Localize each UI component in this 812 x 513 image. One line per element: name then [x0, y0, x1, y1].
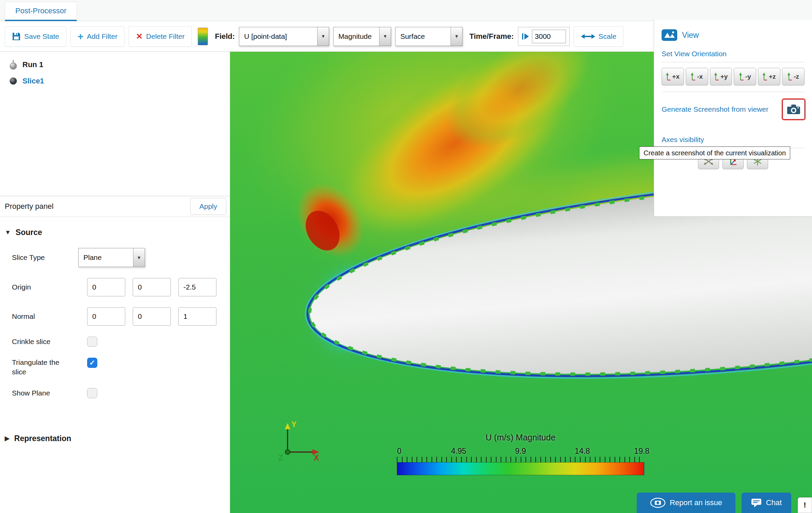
slice-type-row: Slice Type Plane ▼: [0, 248, 230, 267]
normal-label: Normal: [12, 312, 78, 321]
legend-tick-label: 14.8: [575, 447, 590, 456]
chevron-down-icon: ▼: [317, 27, 329, 46]
scale-label: Scale: [599, 32, 617, 41]
normal-y-input[interactable]: [133, 307, 171, 326]
representation-dropdown[interactable]: Surface ▼: [395, 27, 462, 46]
field-label: Field:: [215, 32, 235, 41]
tab-post-processor[interactable]: Post-Processor: [5, 2, 77, 21]
section-collapsed-icon: ▶: [5, 435, 10, 442]
show-plane-checkbox[interactable]: [87, 388, 97, 398]
camera-icon: [787, 104, 800, 115]
axis-glyph-icon: [666, 73, 671, 81]
orientation-buttons: +x -x +y -y +z -z: [662, 68, 805, 86]
representation-section-title: Representation: [14, 434, 71, 443]
triangulate-checkbox[interactable]: [87, 358, 97, 368]
scale-button[interactable]: Scale: [574, 26, 624, 47]
legend-title: U (m/s) Magnitude: [397, 433, 644, 442]
orient-button-label: +y: [720, 73, 728, 80]
delete-icon: ✕: [136, 32, 143, 41]
view-panel-header[interactable]: View: [662, 20, 805, 46]
time-frame-label: Time/Frame:: [469, 32, 514, 41]
legend-tick-label: 9.9: [515, 447, 526, 456]
origin-z-input[interactable]: [178, 278, 216, 296]
orient-minus-y-button[interactable]: -y: [734, 68, 756, 86]
axis-glyph-icon: [787, 73, 792, 81]
time-frame-input[interactable]: [532, 30, 566, 43]
property-panel-title: Property panel: [5, 202, 53, 211]
left-panel: Run 1 Slice1 Property panel Apply ▼ Sour…: [0, 52, 230, 513]
time-frame-control: [518, 27, 570, 46]
screenshot-row: Generate Screenshot from viewer: [662, 99, 805, 119]
scale-arrows-icon: [581, 33, 595, 40]
view-panel: View Set View Orientation +x -x +y -y: [654, 20, 812, 217]
view-panel-title: View: [682, 31, 699, 40]
axis-glyph-icon: [714, 73, 719, 81]
add-filter-label: Add Filter: [87, 32, 117, 41]
slice-node-icon: [9, 77, 18, 86]
alert-label: !: [803, 501, 806, 510]
normal-x-input[interactable]: [87, 307, 125, 326]
chat-button[interactable]: Chat: [742, 493, 791, 513]
representation-dropdown-value: Surface: [395, 27, 451, 46]
color-legend: U (m/s) Magnitude 0 4.95 9.9 14.8 19.8: [397, 433, 644, 475]
screenshot-label: Generate Screenshot from viewer: [662, 105, 768, 113]
apply-button[interactable]: Apply: [190, 198, 226, 215]
save-state-label: Save State: [24, 32, 59, 41]
representation-section-header[interactable]: ▶ Representation: [0, 434, 230, 443]
delete-filter-button[interactable]: ✕ Delete Filter: [129, 26, 192, 47]
report-issue-button[interactable]: Report an issue: [637, 493, 735, 513]
axis-glyph-icon: [739, 73, 744, 81]
axis-y-label: Y: [291, 420, 296, 429]
screenshot-tooltip: Create a screenshot of the current visua…: [639, 146, 790, 159]
crinkle-slice-checkbox[interactable]: [87, 337, 97, 347]
orient-plus-z-button[interactable]: +z: [758, 68, 780, 86]
origin-x-input[interactable]: [87, 278, 125, 296]
crinkle-slice-row: Crinkle slice: [0, 337, 230, 347]
legend-tick-label: 4.95: [451, 447, 466, 456]
generate-screenshot-button[interactable]: [783, 99, 805, 119]
source-section-title: Source: [16, 228, 42, 237]
delete-filter-label: Delete Filter: [146, 32, 184, 41]
origin-y-input[interactable]: [133, 278, 171, 296]
legend-colorbar: [397, 462, 644, 475]
orient-button-label: -y: [745, 73, 751, 80]
legend-tick-marks: [397, 457, 644, 462]
tree-item-label: Run 1: [22, 60, 43, 69]
property-form: ▼ Source Slice Type Plane ▼ Origin Norma…: [0, 217, 230, 513]
plus-icon: +: [78, 31, 84, 42]
component-dropdown[interactable]: Magnitude ▼: [333, 27, 391, 46]
slice-type-dropdown[interactable]: Plane ▼: [78, 248, 145, 267]
chat-label: Chat: [766, 498, 782, 507]
alert-badge[interactable]: !: [798, 497, 812, 513]
axis-triad-icon: Y X Z: [278, 413, 325, 462]
orientation-title: Set View Orientation: [662, 50, 805, 62]
filter-tree: Run 1 Slice1: [0, 52, 230, 196]
orient-minus-x-button[interactable]: -x: [686, 68, 708, 86]
colormap-icon[interactable]: [198, 28, 208, 45]
chevron-down-icon: ▼: [379, 27, 391, 46]
origin-row: Origin: [0, 278, 230, 296]
slice-type-value: Plane: [79, 248, 133, 267]
source-section-header[interactable]: ▼ Source: [0, 228, 230, 237]
orient-plus-x-button[interactable]: +x: [662, 68, 684, 86]
property-panel-header: Property panel Apply: [0, 196, 230, 217]
post-processor-app: U (m/s) Magnitude 0 4.95 9.9 14.8 19.8 Y…: [0, 0, 812, 513]
origin-label: Origin: [12, 282, 78, 292]
crinkle-slice-label: Crinkle slice: [12, 337, 78, 346]
step-forward-icon[interactable]: [522, 32, 529, 41]
divider: [662, 92, 805, 92]
orient-button-label: -x: [697, 73, 703, 80]
normal-z-input[interactable]: [178, 307, 216, 326]
save-state-button[interactable]: Save State: [5, 26, 66, 47]
orient-minus-z-button[interactable]: -z: [782, 68, 805, 86]
tree-item-slice1[interactable]: Slice1: [9, 73, 230, 89]
orient-button-label: +z: [769, 73, 776, 80]
triangulate-label: Triangulate the slice: [12, 358, 78, 377]
field-dropdown[interactable]: U [point-data] ▼: [239, 27, 329, 46]
legend-tick-label: 0: [397, 447, 402, 456]
add-filter-button[interactable]: + Add Filter: [70, 26, 125, 47]
component-dropdown-value: Magnitude: [334, 27, 379, 46]
chevron-down-icon: ▼: [451, 27, 462, 46]
orient-plus-y-button[interactable]: +y: [710, 68, 732, 86]
tree-item-run1[interactable]: Run 1: [9, 57, 230, 73]
